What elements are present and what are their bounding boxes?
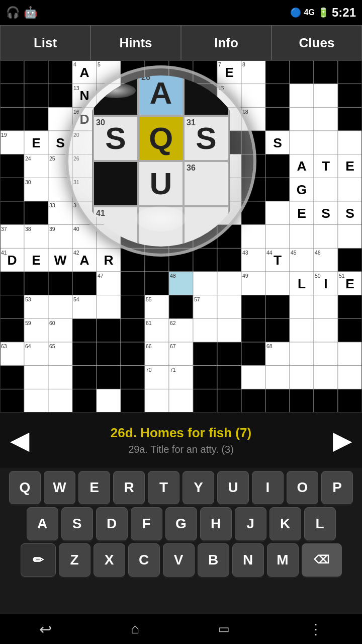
mag-cell-3-2 <box>184 206 229 247</box>
key-c[interactable]: C <box>128 543 160 577</box>
bottom-nav: ↩ ⌂ ▭ ⋮ <box>0 614 362 644</box>
mag-cell-0-2 <box>184 75 229 116</box>
mag-cell-0-0 <box>93 75 138 116</box>
bluetooth-icon: 🔵 <box>290 7 301 18</box>
key-e[interactable]: E <box>78 471 110 504</box>
key-r[interactable]: R <box>113 471 145 504</box>
key-d[interactable]: D <box>96 507 128 540</box>
next-clue-button[interactable]: ▶ <box>328 426 357 455</box>
key-v[interactable]: V <box>163 543 195 577</box>
mag-cell-3-1 <box>138 206 184 247</box>
mag-cell-2-1: U <box>138 161 184 206</box>
menu-button[interactable]: ⋮ <box>309 621 323 637</box>
time-display: 5:21 <box>332 6 356 20</box>
headphones-icon: 🎧 <box>6 6 20 19</box>
mag-cell-2-2: 36 <box>184 161 229 206</box>
key-g[interactable]: G <box>165 507 197 540</box>
status-bar: 🎧 🤖 🔵 4G 🔋 5:21 <box>0 0 362 25</box>
key-k[interactable]: K <box>269 507 301 540</box>
home-button[interactable]: ⌂ <box>131 621 139 637</box>
key-q[interactable]: Q <box>9 471 41 504</box>
mag-cell-2-0 <box>93 161 138 206</box>
status-icons-right: 🔵 4G 🔋 5:21 <box>290 6 356 20</box>
recents-button[interactable]: ▭ <box>218 622 230 636</box>
keyboard-row-2: A S D F G H J K L <box>2 507 360 540</box>
key-i[interactable]: I <box>252 471 284 504</box>
hints-button[interactable]: Hints <box>90 25 181 60</box>
back-button[interactable]: ↩ <box>39 620 52 638</box>
key-y[interactable]: Y <box>183 471 214 504</box>
key-l[interactable]: L <box>304 507 336 540</box>
key-n[interactable]: N <box>232 543 264 577</box>
key-a[interactable]: A <box>27 507 58 540</box>
mag-cell-1-1: Q <box>138 116 184 161</box>
magnifier: 26 A 30 S Q 31 S U 36 <box>65 65 256 257</box>
keyboard-row-1: Q W E R T Y U I O P <box>2 471 360 504</box>
clue-text-area: 26d. Homes for fish (7) 29a. Title for a… <box>34 425 328 455</box>
key-z[interactable]: Z <box>59 543 90 577</box>
key-f[interactable]: F <box>131 507 162 540</box>
key-pen[interactable]: ✏ <box>21 543 56 577</box>
nav-bar: List Hints Info Clues <box>0 25 362 60</box>
key-u[interactable]: U <box>217 471 249 504</box>
clues-button[interactable]: Clues <box>272 25 362 60</box>
prev-clue-button[interactable]: ◀ <box>5 426 34 455</box>
mag-cell-0-1: 26 A <box>138 75 184 116</box>
key-o[interactable]: O <box>287 471 318 504</box>
android-icon: 🤖 <box>24 6 37 19</box>
mag-cell-1-0: 30 S <box>93 116 138 161</box>
secondary-clue: 29a. Title for an atty. (3) <box>34 444 328 455</box>
keyboard-row-3: ✏ Z X C V B N M ⌫ <box>2 543 360 577</box>
key-x[interactable]: X <box>94 543 125 577</box>
key-w[interactable]: W <box>44 471 75 504</box>
key-m[interactable]: M <box>267 543 299 577</box>
primary-clue: 26d. Homes for fish (7) <box>34 425 328 441</box>
status-icons-left: 🎧 🤖 <box>6 6 37 19</box>
key-b[interactable]: B <box>198 543 229 577</box>
keyboard: Q W E R T Y U I O P A S D F G H J K L ✏ … <box>0 468 362 614</box>
magnifier-grid: 26 A 30 S Q 31 S U 36 <box>92 75 230 247</box>
clue-bar: ◀ 26d. Homes for fish (7) 29a. Title for… <box>0 413 362 468</box>
info-button[interactable]: Info <box>181 25 272 60</box>
key-p[interactable]: P <box>321 471 353 504</box>
key-s[interactable]: S <box>61 507 93 540</box>
key-j[interactable]: J <box>235 507 266 540</box>
key-h[interactable]: H <box>200 507 232 540</box>
battery-icon: 🔋 <box>318 7 329 18</box>
list-button[interactable]: List <box>0 25 90 60</box>
key-t[interactable]: T <box>148 471 179 504</box>
mag-cell-3-0: 41 <box>93 206 138 247</box>
key-backspace[interactable]: ⌫ <box>302 543 342 577</box>
mag-cell-1-2: 31 S <box>184 116 229 161</box>
signal-icon: 4G <box>304 8 315 17</box>
